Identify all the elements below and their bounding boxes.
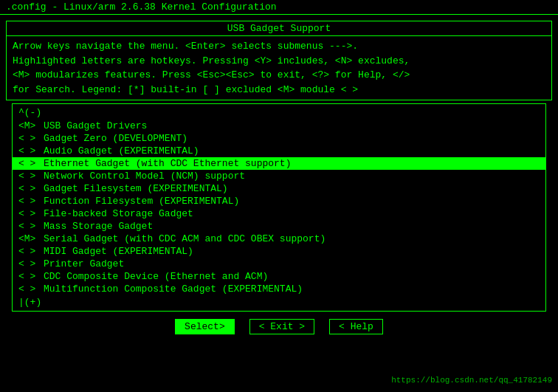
list-item[interactable]: < > CDC Composite Device (Ethernet and A… <box>13 270 545 283</box>
menu-footer: |(+) <box>13 295 545 309</box>
item-label-8: Mass Storage Gadget <box>44 221 153 232</box>
help-line-1: Arrow keys navigate the menu. <Enter> se… <box>13 39 545 54</box>
menu-container: ^(-) <M> USB Gadget Drivers < > Gadget Z… <box>12 103 546 312</box>
list-item[interactable]: < > Printer Gadget <box>13 258 545 270</box>
item-label-2: Audio Gadget (EXPERIMENTAL) <box>44 145 199 157</box>
item-marker-7: < > <box>18 208 41 219</box>
help-line-3: <M> modularizes features. Press <Esc><Es… <box>13 68 545 83</box>
item-label-4: Network Control Model (NCM) support <box>44 171 245 182</box>
list-item[interactable]: <M> Serial Gadget (with CDC ACM and CDC … <box>13 233 545 245</box>
item-marker-4: < > <box>18 171 41 182</box>
list-item[interactable]: < > Gadget Zero (DEVELOPMENT) <box>13 132 545 145</box>
select-button[interactable]: Select> <box>175 319 235 334</box>
list-item[interactable]: < > Gadget Filesystem (EXPERIMENTAL) <box>13 182 545 195</box>
list-item[interactable]: < > Mass Storage Gadget <box>13 220 545 233</box>
item-label-5: Gadget Filesystem (EXPERIMENTAL) <box>44 183 228 194</box>
list-item[interactable]: < > Audio Gadget (EXPERIMENTAL) <box>13 145 545 157</box>
dialog-title: USB Gadget Support <box>7 21 551 36</box>
item-marker-11: < > <box>18 258 41 269</box>
dialog-box: USB Gadget Support Arrow keys navigate t… <box>6 21 552 100</box>
item-label-6: Function Filesystem (EXPERIMENTAL) <box>44 196 239 207</box>
list-item-selected[interactable]: < > Ethernet Gadget (with CDC Ethernet s… <box>13 157 545 170</box>
title-bar: .config - Linux/arm 2.6.38 Kernel Config… <box>0 0 558 15</box>
item-marker-5: < > <box>18 183 41 194</box>
item-label-10: MIDI Gadget (EXPERIMENTAL) <box>44 246 193 257</box>
watermark: https://blog.csdn.net/qq_41782149 <box>391 376 552 385</box>
menu-header: ^(-) <box>13 106 545 120</box>
item-marker-2: < > <box>18 145 41 157</box>
help-text: Arrow keys navigate the menu. <Enter> se… <box>7 36 551 100</box>
list-item[interactable]: < > File-backed Storage Gadget <box>13 207 545 220</box>
list-item[interactable]: < > MIDI Gadget (EXPERIMENTAL) <box>13 245 545 258</box>
list-item[interactable]: < > Function Filesystem (EXPERIMENTAL) <box>13 195 545 207</box>
item-label-1: Gadget Zero (DEVELOPMENT) <box>44 133 187 144</box>
bottom-bar: Select> < Exit > < Help <box>6 314 552 339</box>
help-line-2: Highlighted letters are hotkeys. Pressin… <box>13 54 545 69</box>
list-item[interactable]: < > Network Control Model (NCM) support <box>13 170 545 182</box>
item-marker-3: < > <box>18 158 41 169</box>
item-marker-8: < > <box>18 221 41 232</box>
outer-container: USB Gadget Support Arrow keys navigate t… <box>0 15 558 342</box>
item-label-3: Ethernet Gadget (with CDC Ethernet suppo… <box>44 158 291 169</box>
item-marker-10: < > <box>18 246 41 257</box>
item-label-11: Printer Gadget <box>44 258 124 269</box>
item-marker-9: <M> <box>18 233 41 244</box>
item-label-12: CDC Composite Device (Ethernet and ACM) <box>44 271 268 282</box>
item-marker-12: < > <box>18 271 41 282</box>
item-label-7: File-backed Storage Gadget <box>44 208 193 219</box>
item-label-9: Serial Gadget (with CDC ACM and CDC OBEX… <box>44 233 326 244</box>
list-item[interactable]: <M> USB Gadget Drivers <box>13 120 545 132</box>
item-marker-1: < > <box>18 133 41 144</box>
item-marker-0: <M> <box>18 120 41 131</box>
list-item[interactable]: < > Multifunction Composite Gadget (EXPE… <box>13 283 545 295</box>
item-marker-13: < > <box>18 283 41 295</box>
help-line-4: for Search. Legend: [*] built-in [ ] exc… <box>13 83 545 97</box>
help-button[interactable]: < Help <box>329 319 383 334</box>
item-label-13: Multifunction Composite Gadget (EXPERIME… <box>44 283 303 295</box>
title-text: .config - Linux/arm 2.6.38 Kernel Config… <box>6 1 277 13</box>
exit-button[interactable]: < Exit > <box>249 319 314 334</box>
item-marker-6: < > <box>18 196 41 207</box>
item-label-0: USB Gadget Drivers <box>44 120 147 131</box>
